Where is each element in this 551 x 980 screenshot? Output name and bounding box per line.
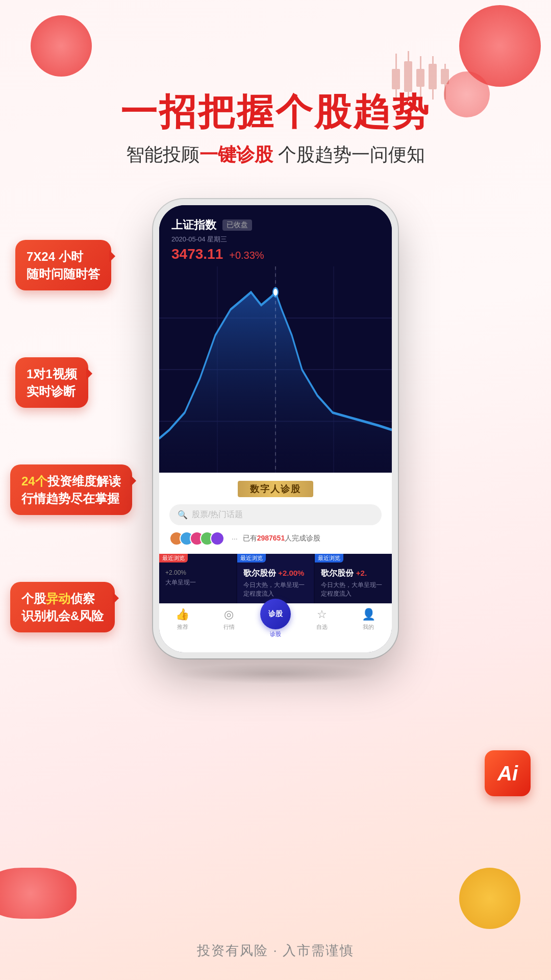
stock-date: 2020-05-04 星期三 bbox=[171, 235, 380, 244]
nav-diag-label: 诊股 bbox=[270, 630, 281, 638]
nav-item-recommend[interactable]: 👍 推荐 bbox=[159, 608, 206, 647]
bubble-4-line2: 识别机会&风险 bbox=[21, 607, 104, 625]
bubble-1-line2: 随时问随时答 bbox=[27, 265, 100, 283]
user-count-row: ··· 已有2987651人完成诊股 bbox=[169, 531, 382, 546]
deco-blob-tl bbox=[31, 15, 92, 77]
subtitle-highlight: 一键诊股 bbox=[199, 144, 273, 165]
header-section: 一招把握个股趋势 智能投顾一键诊股 个股趋势一问便知 bbox=[0, 92, 551, 167]
subtitle: 智能投顾一键诊股 个股趋势一问便知 bbox=[0, 142, 551, 167]
nav-diag-circle: 诊股 bbox=[260, 599, 291, 629]
card-label-2: 最近浏览 bbox=[315, 554, 343, 562]
user-count-text: 已有2987651人完成诊股 bbox=[243, 534, 321, 543]
stock-badge: 已收盘 bbox=[222, 219, 252, 231]
screen-content: 上证指数 已收盘 2020-05-04 星期三 3473.11 +0.33% bbox=[159, 205, 392, 652]
footer-text: 投资有风险 · 入市需谨慎 bbox=[0, 942, 551, 960]
diag-title-bar: 数字人诊股 bbox=[169, 481, 382, 497]
ai-text: Ai bbox=[497, 762, 518, 785]
search-icon: 🔍 bbox=[178, 510, 188, 520]
phone-mockup: 上证指数 已收盘 2020-05-04 星期三 3473.11 +0.33% bbox=[153, 199, 398, 658]
nav-recommend-label: 推荐 bbox=[177, 623, 188, 631]
diag-section: 数字人诊股 🔍 股票/热门话题 bbox=[159, 473, 392, 554]
deco-blob-bl bbox=[0, 868, 77, 919]
bubble-3-line2: 行情趋势尽在掌握 bbox=[21, 490, 121, 507]
stock-card-2[interactable]: 最近浏览 歌尔股份 +2. 今日大热，大单呈现一定程度流入 bbox=[315, 554, 392, 603]
nav-watchlist-label: 自选 bbox=[316, 623, 328, 631]
ai-badge[interactable]: Ai bbox=[485, 750, 531, 796]
phone-reflection bbox=[173, 664, 378, 684]
bubble-4-line1: 个股异动侦察 bbox=[21, 590, 104, 607]
user-count-num: 2987651 bbox=[257, 534, 285, 542]
nav-item-watchlist[interactable]: ☆ 自选 bbox=[299, 608, 345, 647]
search-placeholder-text: 股票/热门话题 bbox=[192, 509, 243, 520]
nav-recommend-icon: 👍 bbox=[176, 608, 189, 621]
diag-title: 数字人诊股 bbox=[238, 481, 313, 497]
bubble-7x24: 7X24 小时 随时问随时答 bbox=[15, 240, 111, 290]
nav-item-market[interactable]: ◎ 行情 bbox=[206, 608, 252, 647]
bubble-anomaly: 个股异动侦察 识别机会&风险 bbox=[10, 582, 115, 632]
bubble-1-line1: 7X24 小时 bbox=[27, 248, 100, 265]
nav-market-icon: ◎ bbox=[224, 608, 234, 621]
phone-screen: 上证指数 已收盘 2020-05-04 星期三 3473.11 +0.33% bbox=[159, 205, 392, 652]
bubble-2-line2: 实时诊断 bbox=[27, 383, 77, 400]
stock-chart bbox=[159, 266, 392, 473]
nav-watchlist-icon: ☆ bbox=[317, 608, 327, 621]
stock-card-0[interactable]: 最近浏览 +2.00% 大单呈现一 bbox=[159, 554, 236, 603]
search-bar[interactable]: 🔍 股票/热门话题 bbox=[169, 504, 382, 525]
card-name-2: 歌尔股份 +2. bbox=[321, 568, 386, 579]
nav-item-mine[interactable]: 👤 我的 bbox=[345, 608, 392, 647]
avatar-5 bbox=[210, 531, 224, 546]
stock-change: +0.33% bbox=[229, 250, 264, 261]
avatar-dots: ··· bbox=[232, 534, 238, 543]
stock-name: 上证指数 bbox=[171, 217, 216, 233]
avatars bbox=[169, 531, 224, 546]
bubble-2-line1: 1对1视频 bbox=[27, 365, 77, 383]
nav-mine-icon: 👤 bbox=[362, 608, 375, 621]
nav-market-label: 行情 bbox=[223, 623, 235, 631]
subtitle-prefix: 智能投顾 bbox=[126, 144, 199, 165]
subtitle-suffix: 个股趋势一问便知 bbox=[273, 144, 425, 165]
nav-item-diag[interactable]: 诊股 诊股 bbox=[252, 599, 298, 638]
bottom-panel: 数字人诊股 🔍 股票/热门话题 bbox=[159, 473, 392, 652]
deco-blob-br bbox=[459, 868, 520, 929]
bubble-24dim: 24个投资维度解读 行情趋势尽在掌握 bbox=[10, 464, 132, 515]
card-desc-2: 今日大热，大单呈现一定程度流入 bbox=[321, 581, 386, 598]
stock-header: 上证指数 已收盘 2020-05-04 星期三 3473.11 +0.33% bbox=[159, 205, 392, 266]
card-desc-1: 今日大热，大单呈现一定程度流入 bbox=[243, 581, 308, 598]
bottom-nav: 👍 推荐 ◎ 行情 诊股 诊股 bbox=[159, 603, 392, 652]
main-title: 一招把握个股趋势 bbox=[0, 92, 551, 132]
stock-price: 3473.11 bbox=[171, 246, 223, 262]
bubble-video: 1对1视频 实时诊断 bbox=[15, 357, 88, 408]
nav-mine-label: 我的 bbox=[363, 623, 374, 631]
stock-card-1[interactable]: 最近浏览 歌尔股份 +2.00% 今日大热，大单呈现一定程度流入 bbox=[237, 554, 314, 603]
card-label-1: 最近浏览 bbox=[237, 554, 266, 562]
card-desc-left: 大单呈现一 bbox=[165, 578, 230, 587]
phone-outer: 上证指数 已收盘 2020-05-04 星期三 3473.11 +0.33% bbox=[153, 199, 398, 658]
chart-svg bbox=[159, 266, 392, 473]
card-change-left: +2.00% bbox=[165, 568, 230, 576]
card-label-0: 最近浏览 bbox=[159, 554, 188, 562]
bubble-3-line1: 24个投资维度解读 bbox=[21, 473, 121, 490]
card-name-1: 歌尔股份 +2.00% bbox=[243, 568, 308, 579]
nav-diag-text: 诊股 bbox=[268, 609, 283, 619]
stock-cards: 最近浏览 +2.00% 大单呈现一 最近浏览 歌尔股份 +2.00% 今日大热，… bbox=[159, 554, 392, 603]
